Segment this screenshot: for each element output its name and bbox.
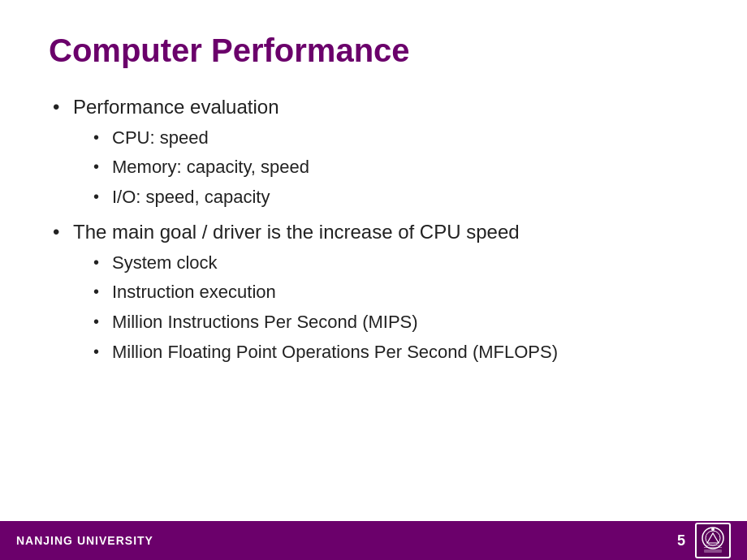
university-logo xyxy=(695,523,731,558)
sub-list-1: CPU: speed Memory: capacity, speed I/O: … xyxy=(89,126,698,210)
sub-item-2-3: Million Instructions Per Second (MIPS) xyxy=(89,310,698,335)
main-bullet-list: Performance evaluation CPU: speed Memory… xyxy=(49,93,698,365)
sub-item-1-2: Memory: capacity, speed xyxy=(89,155,698,180)
footer-page-number: 5 xyxy=(677,532,685,549)
sub-item-2-4: Million Floating Point Operations Per Se… xyxy=(89,340,698,365)
svg-rect-4 xyxy=(704,549,722,553)
bullet-text-2: The main goal / driver is the increase o… xyxy=(73,221,520,243)
bullet-text-1: Performance evaluation xyxy=(73,96,279,118)
sub-item-2-2: Instruction execution xyxy=(89,280,698,305)
sub-item-1-3: I/O: speed, capacity xyxy=(89,185,698,210)
footer-university: NANJING UNIVERSITY xyxy=(16,534,153,547)
sub-list-2: System clock Instruction execution Milli… xyxy=(89,251,698,365)
slide-content: Computer Performance Performance evaluat… xyxy=(0,0,747,521)
bullet-item-2: The main goal / driver is the increase o… xyxy=(49,218,698,365)
bullet-item-1: Performance evaluation CPU: speed Memory… xyxy=(49,93,698,210)
sub-item-2-1: System clock xyxy=(89,251,698,276)
svg-point-3 xyxy=(711,528,715,531)
svg-marker-2 xyxy=(707,533,719,543)
slide-footer: NANJING UNIVERSITY 5 xyxy=(0,521,747,560)
slide-container: Computer Performance Performance evaluat… xyxy=(0,0,747,560)
slide-title: Computer Performance xyxy=(49,32,698,69)
sub-item-1-1: CPU: speed xyxy=(89,126,698,151)
footer-right: 5 xyxy=(677,523,731,558)
